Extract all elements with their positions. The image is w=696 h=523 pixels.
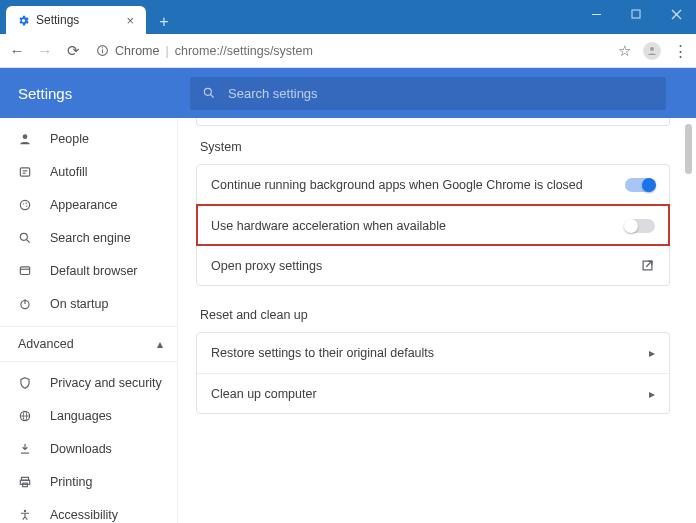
svg-rect-6	[102, 47, 103, 48]
site-info-icon[interactable]	[96, 44, 109, 57]
gear-icon	[16, 13, 30, 27]
search-icon	[202, 86, 216, 100]
maximize-button[interactable]	[616, 0, 656, 28]
setting-background-apps[interactable]: Continue running background apps when Go…	[197, 165, 669, 205]
sidebar-item-label: Appearance	[50, 198, 117, 212]
setting-hardware-acceleration[interactable]: Use hardware acceleration when available	[197, 205, 669, 245]
settings-content: System Continue running background apps …	[178, 118, 696, 523]
sidebar-item-label: Privacy and security	[50, 376, 162, 390]
setting-cleanup-computer[interactable]: Clean up computer ▸	[197, 373, 669, 413]
svg-point-10	[23, 134, 28, 139]
section-title-reset: Reset and clean up	[200, 308, 670, 322]
sidebar-item-label: Search engine	[50, 231, 131, 245]
svg-point-18	[20, 233, 27, 240]
svg-rect-5	[102, 49, 103, 53]
sidebar-item-on-startup[interactable]: On startup	[0, 287, 177, 320]
download-icon	[18, 442, 34, 456]
toggle-hardware-acceleration[interactable]	[625, 219, 655, 233]
back-button[interactable]: ←	[8, 42, 26, 59]
svg-rect-20	[20, 266, 29, 274]
sidebar-item-label: Printing	[50, 475, 92, 489]
setting-label: Restore settings to their original defau…	[211, 346, 434, 360]
sidebar-item-appearance[interactable]: Appearance	[0, 188, 177, 221]
sidebar-item-label: Downloads	[50, 442, 112, 456]
svg-point-7	[650, 47, 654, 51]
sidebar-item-privacy[interactable]: Privacy and security	[0, 366, 177, 399]
toggle-background-apps[interactable]	[625, 178, 655, 192]
svg-point-16	[25, 202, 26, 203]
search-icon	[18, 231, 34, 245]
sidebar-item-label: People	[50, 132, 89, 146]
url-origin: Chrome	[115, 44, 159, 58]
shield-icon	[18, 376, 34, 390]
svg-point-17	[26, 205, 27, 206]
setting-proxy[interactable]: Open proxy settings	[197, 245, 669, 285]
sidebar-advanced-toggle[interactable]: Advanced ▴	[0, 326, 177, 362]
sidebar-item-accessibility[interactable]: Accessibility	[0, 498, 177, 523]
settings-search-input[interactable]	[228, 86, 654, 101]
sidebar-item-label: On startup	[50, 297, 108, 311]
person-icon	[18, 132, 34, 146]
sidebar-item-printing[interactable]: Printing	[0, 465, 177, 498]
browser-tab-settings[interactable]: Settings ×	[6, 6, 146, 34]
setting-label: Use hardware acceleration when available	[211, 219, 446, 233]
bookmark-star-icon[interactable]: ☆	[618, 42, 631, 60]
sidebar-item-search-engine[interactable]: Search engine	[0, 221, 177, 254]
toolbar: ← → ⟳ Chrome | chrome://settings/system …	[0, 34, 696, 68]
reload-button[interactable]: ⟳	[64, 42, 82, 60]
menu-kebab-icon[interactable]: ⋮	[673, 42, 688, 60]
url-path: chrome://settings/system	[175, 44, 313, 58]
setting-label: Continue running background apps when Go…	[211, 178, 583, 192]
sidebar-item-label: Default browser	[50, 264, 138, 278]
sidebar-item-label: Languages	[50, 409, 112, 423]
page-title: Settings	[0, 85, 190, 102]
accessibility-icon	[18, 508, 34, 522]
svg-line-19	[27, 239, 30, 242]
new-tab-button[interactable]: +	[152, 10, 176, 34]
settings-header: Settings	[0, 68, 696, 118]
setting-label: Clean up computer	[211, 387, 317, 401]
external-link-icon	[640, 258, 655, 273]
sidebar-item-default-browser[interactable]: Default browser	[0, 254, 177, 287]
profile-avatar[interactable]	[643, 42, 661, 60]
window-titlebar: Settings × +	[0, 0, 696, 34]
browser-icon	[18, 264, 34, 278]
tab-title: Settings	[36, 13, 79, 27]
printer-icon	[18, 475, 34, 489]
svg-line-9	[211, 95, 214, 98]
svg-rect-1	[632, 10, 640, 18]
settings-search[interactable]	[190, 77, 666, 110]
sidebar-item-label: Accessibility	[50, 508, 118, 522]
sidebar-item-label: Autofill	[50, 165, 88, 179]
close-icon[interactable]: ×	[124, 13, 136, 28]
power-icon	[18, 297, 34, 311]
address-bar[interactable]: Chrome | chrome://settings/system	[92, 44, 608, 58]
sidebar: People Autofill Appearance Search engine…	[0, 118, 178, 523]
minimize-button[interactable]	[576, 0, 616, 28]
setting-label: Open proxy settings	[211, 259, 322, 273]
globe-icon	[18, 409, 34, 423]
chevron-up-icon: ▴	[157, 337, 163, 351]
svg-point-15	[23, 203, 24, 204]
section-title-system: System	[200, 140, 670, 154]
svg-point-31	[24, 509, 26, 511]
sidebar-item-downloads[interactable]: Downloads	[0, 432, 177, 465]
scrollbar-thumb[interactable]	[685, 124, 692, 174]
sidebar-item-languages[interactable]: Languages	[0, 399, 177, 432]
chevron-right-icon: ▸	[649, 346, 655, 360]
reset-card: Restore settings to their original defau…	[196, 332, 670, 414]
forward-button[interactable]: →	[36, 42, 54, 59]
svg-point-8	[204, 88, 211, 95]
close-window-button[interactable]	[656, 0, 696, 28]
previous-card-edge	[196, 118, 670, 126]
window-controls	[576, 0, 696, 28]
sidebar-item-people[interactable]: People	[0, 122, 177, 155]
sidebar-advanced-label: Advanced	[18, 337, 74, 351]
chevron-right-icon: ▸	[649, 387, 655, 401]
setting-restore-defaults[interactable]: Restore settings to their original defau…	[197, 333, 669, 373]
svg-rect-11	[20, 167, 29, 175]
appearance-icon	[18, 198, 34, 212]
tab-strip: Settings × +	[0, 0, 176, 34]
system-card: Continue running background apps when Go…	[196, 164, 670, 286]
sidebar-item-autofill[interactable]: Autofill	[0, 155, 177, 188]
